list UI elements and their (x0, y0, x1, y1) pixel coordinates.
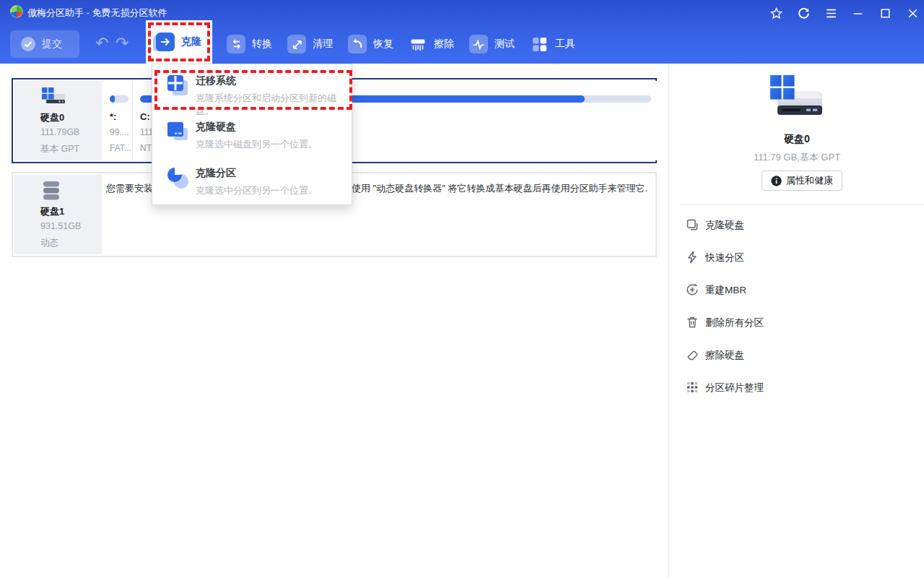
dynamic-disk-message-right: 使用 "动态硬盘转换器" 将它转换成基本硬盘后再使用分区助手来管理它. (352, 182, 648, 195)
sidebar-item-label: 克隆硬盘 (705, 219, 744, 232)
disk0-info-block[interactable]: 硬盘0 111.79GB 基本 GPT (14, 81, 102, 160)
convert-swap-icon (227, 35, 245, 53)
disk1-dynamic-icon (40, 181, 62, 201)
toolbar-label: 擦除 (434, 38, 454, 51)
menu-item-title: 克隆硬盘 (196, 121, 236, 134)
sidebar-item-label: 分区碎片整理 (705, 381, 764, 394)
undo-icon[interactable]: ↶ (95, 33, 108, 53)
toolbar-item-clean[interactable]: 清理 (287, 34, 333, 54)
menu-item-desc: 克隆选中磁盘到另一个位置。 (196, 138, 318, 151)
sidebar-item-label: 快速分区 (705, 251, 744, 264)
right-sidebar: 硬盘0 111.79 GB,基本 GPT 属性和健康 克隆硬盘 快速分区 (668, 64, 924, 578)
info-icon (771, 176, 782, 186)
submit-button[interactable]: 提交 (10, 30, 79, 58)
menu-icon[interactable] (824, 7, 837, 20)
sidebar-item-label: 擦除硬盘 (705, 349, 744, 362)
defrag-dots-icon (685, 380, 699, 394)
menu-item-migrate-system[interactable]: 迁移系统 克隆系统分区和启动分区到新的磁盘。 (152, 69, 352, 113)
disk0-size: 111.79GB (40, 127, 79, 137)
clone-partition-icon (165, 165, 190, 190)
disk1-info-block[interactable]: 硬盘1 931.51GB 动态 (14, 175, 102, 254)
disk1-type: 动态 (40, 237, 58, 249)
lightning-icon (685, 250, 699, 264)
redo-icon[interactable]: ↷ (116, 33, 128, 53)
toolbar-label: 恢复 (373, 38, 393, 51)
submit-label: 提交 (42, 38, 62, 51)
toolbar-label: 工具 (555, 38, 575, 51)
disk0-icon (40, 87, 66, 107)
close-button[interactable] (906, 7, 919, 20)
copy-icon (685, 217, 699, 232)
trash-icon (685, 315, 699, 329)
toolbar-item-erase[interactable]: 擦除 (409, 34, 454, 54)
clone-disk-icon (165, 119, 190, 144)
header: 傲梅分区助手 - 免费无损分区软件 提交 ↶ ↷ (0, 0, 924, 64)
sidebar-disk-name: 硬盘0 (669, 133, 924, 146)
sidebar-divider (679, 204, 924, 205)
properties-health-label: 属性和健康 (786, 174, 833, 187)
rebuild-circle-plus-icon (685, 282, 699, 297)
partition0-size: 99.... (110, 127, 129, 137)
window-title: 傲梅分区助手 - 免费无损分区软件 (27, 7, 167, 20)
clean-diagonal-arrow-icon (287, 35, 306, 53)
menu-item-clone-partition[interactable]: 克隆分区 克隆选中分区到另一个位置。 (152, 161, 352, 206)
grid-squares-icon (530, 35, 549, 53)
clone-arrow-icon (156, 33, 175, 51)
sidebar-item-rebuild-mbr[interactable]: 重建MBR (669, 279, 924, 302)
toolbar-label: 清理 (313, 38, 333, 51)
sidebar-item-quick-partition[interactable]: 快速分区 (669, 246, 924, 269)
sidebar-item-label: 重建MBR (705, 284, 746, 297)
toolbar-item-convert[interactable]: 转换 (227, 34, 272, 54)
toolbar-item-clone-active[interactable]: 克隆 (146, 20, 212, 64)
properties-health-button[interactable]: 属性和健康 (762, 171, 842, 191)
disk1-name: 硬盘1 (40, 205, 64, 218)
migrate-system-icon (165, 73, 190, 98)
app-window: 傲梅分区助手 - 免费无损分区软件 提交 ↶ ↷ (0, 0, 924, 578)
menu-item-desc: 克隆系统分区和启动分区到新的磁盘。 (196, 92, 352, 118)
menu-item-clone-disk[interactable]: 克隆硬盘 克隆选中磁盘到另一个位置。 (152, 115, 352, 160)
eraser-icon (685, 348, 699, 362)
refresh-icon[interactable] (797, 7, 810, 20)
app-logo-icon (10, 5, 23, 18)
toolbar-item-recover[interactable]: 恢复 (348, 34, 393, 54)
pulse-icon (469, 35, 488, 53)
sidebar-disk-info: 111.79 GB,基本 GPT (669, 151, 924, 164)
selected-disk-icon (764, 74, 829, 120)
disk0-type: 基本 GPT (40, 143, 79, 155)
menu-item-title: 迁移系统 (196, 74, 236, 87)
favorite-star-icon[interactable] (770, 7, 783, 20)
sidebar-item-wipe-disk[interactable]: 擦除硬盘 (669, 344, 924, 367)
sidebar-item-clone-disk[interactable]: 克隆硬盘 (669, 214, 924, 237)
sidebar-item-delete-all-partitions[interactable]: 删除所有分区 (669, 311, 924, 335)
toolbar-label: 测试 (494, 38, 515, 51)
menu-item-title: 克隆分区 (196, 167, 236, 180)
shredder-icon (409, 35, 427, 53)
disk1-size: 931.51GB (40, 221, 81, 231)
sidebar-item-partition-defrag[interactable]: 分区碎片整理 (669, 376, 924, 400)
sidebar-item-label: 删除所有分区 (705, 316, 764, 329)
toolbar-label: 克隆 (181, 35, 201, 48)
minimize-button[interactable] (851, 7, 864, 20)
partition-cell-0[interactable]: *: 99.... FAT... (104, 81, 133, 160)
partition0-label: *: (110, 111, 116, 122)
menu-item-desc: 克隆选中分区到另一个位置。 (196, 184, 318, 197)
partition0-fs: FAT... (110, 143, 131, 153)
clone-dropdown-menu: 迁移系统 克隆系统分区和启动分区到新的磁盘。 克隆硬盘 克隆选中磁盘到另一个位置… (152, 64, 352, 205)
partition1-label: C: (140, 111, 150, 122)
toolbar-label: 转换 (252, 38, 272, 51)
partition1-fs: NT (140, 143, 152, 153)
dynamic-disk-message-left: 您需要安装 (106, 182, 153, 195)
check-circle-icon (20, 36, 36, 52)
recover-curved-arrow-icon (348, 35, 367, 53)
maximize-button[interactable] (879, 7, 892, 20)
toolbar-item-test[interactable]: 测试 (469, 34, 515, 54)
toolbar-item-tools[interactable]: 工具 (530, 34, 575, 54)
disk0-name: 硬盘0 (40, 111, 64, 124)
